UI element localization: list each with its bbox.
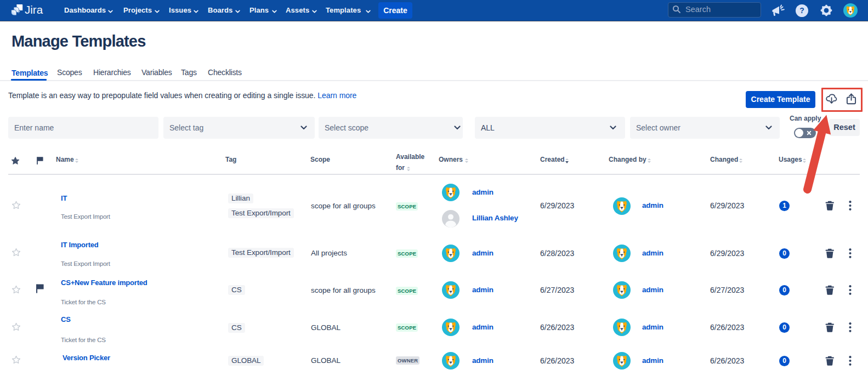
svg-text:?: ? [799, 6, 804, 15]
